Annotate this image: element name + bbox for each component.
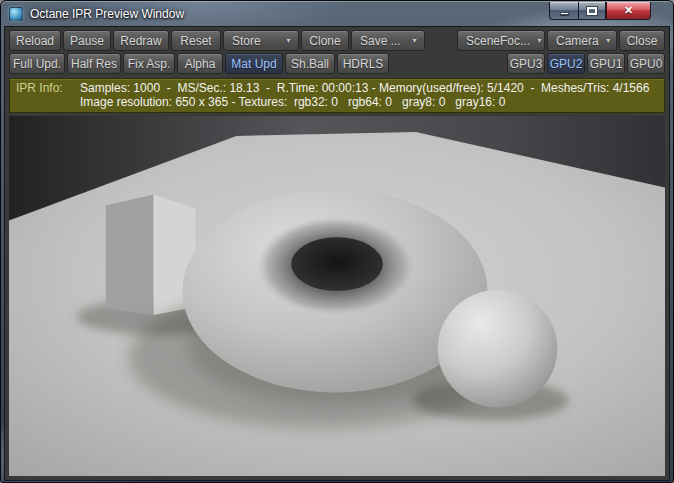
reload-button[interactable]: Reload [9, 30, 61, 51]
cube-render [106, 195, 196, 315]
save-dropdown-button[interactable]: Save ... ▼ [351, 30, 425, 51]
half-res-toggle[interactable]: Half Res [67, 53, 121, 74]
close-window-button[interactable]: ✕ [606, 2, 651, 20]
button-label: Alpha [185, 57, 216, 71]
render-image [9, 116, 665, 476]
toolbar-row-1: Reload Pause Redraw Reset Store ▼ Clone … [5, 30, 669, 51]
camera-dropdown-button[interactable]: Camera ▼ [547, 30, 617, 51]
dropdown-arrow-icon: ▼ [536, 37, 543, 44]
button-label: Reset [180, 34, 211, 48]
button-label: Pause [70, 34, 104, 48]
button-label: Redraw [120, 34, 161, 48]
ipr-info-line1: Samples: 1000 - MS/Sec.: 18.13 - R.Time:… [80, 81, 649, 95]
button-label: Save ... [360, 34, 401, 48]
hdrls-toggle[interactable]: HDRLS [337, 53, 389, 74]
close-ipr-button[interactable]: Close [619, 30, 665, 51]
ipr-info-lines: Samples: 1000 - MS/Sec.: 18.13 - R.Time:… [80, 81, 649, 109]
button-label: Full Upd. [13, 57, 61, 71]
button-label: Mat Upd [231, 57, 276, 71]
gpu2-toggle[interactable]: GPU2 [547, 53, 585, 74]
window-content: Reload Pause Redraw Reset Store ▼ Clone … [5, 27, 669, 480]
button-label: Store [232, 34, 261, 48]
button-label: Fix Asp. [128, 57, 171, 71]
ipr-info-label: IPR Info: [16, 81, 80, 109]
mat-upd-toggle[interactable]: Mat Upd [225, 53, 283, 74]
toolbar-row-2: Full Upd. Half Res Fix Asp. Alpha Mat Up… [5, 53, 669, 74]
octane-ipr-window: Octane IPR Preview Window ✕ Reload Pause… [0, 0, 674, 483]
maximize-button[interactable] [578, 2, 606, 20]
ipr-info-line2: Image resolution: 650 x 365 - Textures: … [80, 95, 649, 109]
gpu3-toggle[interactable]: GPU3 [507, 53, 545, 74]
titlebar[interactable]: Octane IPR Preview Window ✕ [5, 1, 669, 27]
button-label: Camera [556, 34, 599, 48]
maximize-icon [587, 7, 597, 15]
ipr-info-bar: IPR Info: Samples: 1000 - MS/Sec.: 18.13… [9, 78, 665, 113]
toolbar-spacer [391, 53, 505, 74]
caption-buttons: ✕ [549, 2, 651, 20]
dropdown-arrow-icon: ▼ [605, 37, 612, 44]
window-title: Octane IPR Preview Window [30, 7, 184, 21]
sphere-render [438, 290, 558, 407]
shader-ball-toggle[interactable]: Sh.Ball [285, 53, 335, 74]
fix-aspect-toggle[interactable]: Fix Asp. [123, 53, 175, 74]
gpu0-toggle[interactable]: GPU0 [627, 53, 665, 74]
button-label: GPU3 [510, 57, 543, 71]
button-label: GPU1 [590, 57, 623, 71]
button-label: Sh.Ball [291, 57, 329, 71]
reset-button[interactable]: Reset [171, 30, 221, 51]
close-icon: ✕ [624, 5, 633, 16]
button-label: GPU0 [630, 57, 663, 71]
render-viewport[interactable] [9, 116, 665, 476]
gpu1-toggle[interactable]: GPU1 [587, 53, 625, 74]
scene-focus-dropdown-button[interactable]: SceneFoc... ▼ [457, 30, 545, 51]
button-label: Close [627, 34, 658, 48]
dropdown-arrow-icon: ▼ [411, 37, 418, 44]
button-label: Half Res [71, 57, 117, 71]
minimize-button[interactable] [549, 2, 578, 20]
toolbar-spacer [427, 30, 455, 51]
dropdown-arrow-icon: ▼ [285, 37, 292, 44]
button-label: Reload [16, 34, 54, 48]
pause-button[interactable]: Pause [63, 30, 111, 51]
minimize-icon [560, 12, 569, 15]
alpha-toggle[interactable]: Alpha [177, 53, 223, 74]
button-label: SceneFoc... [466, 34, 530, 48]
button-label: GPU2 [550, 57, 583, 71]
window-icon [9, 7, 23, 21]
button-label: HDRLS [343, 57, 384, 71]
store-dropdown-button[interactable]: Store ▼ [223, 30, 299, 51]
redraw-button[interactable]: Redraw [113, 30, 169, 51]
button-label: Clone [309, 34, 340, 48]
clone-button[interactable]: Clone [301, 30, 349, 51]
full-update-toggle[interactable]: Full Upd. [9, 53, 65, 74]
